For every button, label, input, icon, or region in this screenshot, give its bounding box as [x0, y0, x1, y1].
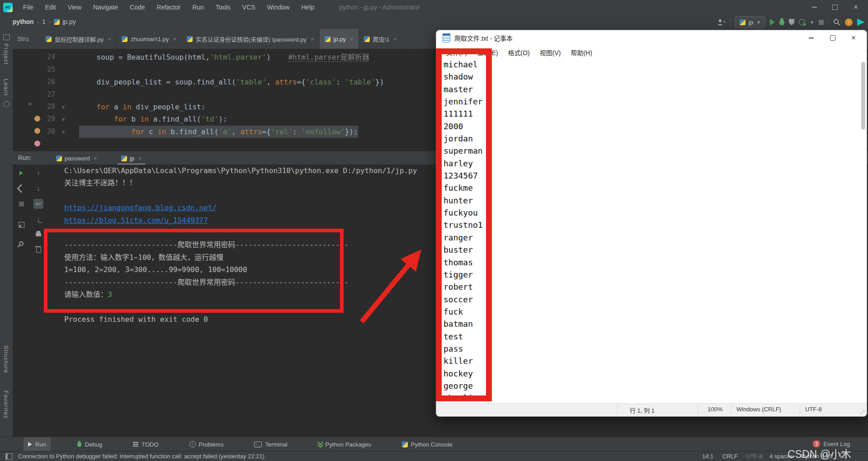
editor-tab[interactable]: zhuomian\1.py× — [117, 29, 182, 49]
tool-window-button-debug[interactable]: Debug — [72, 437, 107, 452]
ide-features-icon[interactable] — [857, 19, 864, 26]
update-icon[interactable]: ↑ — [845, 19, 853, 26]
notepad-maximize-button[interactable] — [822, 30, 843, 46]
scroll-to-end-button[interactable]: ↓̲ — [33, 214, 43, 224]
python-file-icon — [187, 36, 193, 42]
close-icon[interactable]: × — [393, 36, 397, 42]
fold-marker-icon[interactable]: ∨ — [61, 113, 65, 125]
line-ending[interactable]: CRLF — [722, 453, 738, 460]
search-icon[interactable] — [833, 19, 840, 26]
menu-item-window[interactable]: Window — [261, 0, 296, 14]
editor-tab[interactable]: 实名认证身份证核验(未编译) \password.py× — [182, 29, 319, 49]
tool-window-label: Terminal — [265, 441, 287, 448]
tool-window-button-todo[interactable]: TODO — [128, 437, 163, 452]
editor-tab[interactable]: jp.py× — [320, 29, 359, 49]
notepad-menu-bar: 文件(F)编辑(E)格式(O)视图(V)帮助(H) — [436, 46, 867, 59]
fold-marker-icon[interactable]: ∨ — [61, 126, 65, 138]
run-tab-password[interactable]: password × — [52, 151, 100, 165]
close-icon[interactable]: × — [138, 155, 142, 162]
structure-label[interactable]: Stru — [13, 29, 41, 49]
maximize-button[interactable] — [825, 0, 845, 14]
console-link[interactable]: https://blog.51cto.com/u_15449377 — [64, 216, 208, 225]
run-config-selector[interactable]: jp ▼ — [735, 16, 765, 28]
console-link[interactable]: https://jiangongfang.blog.csdn.net/ — [64, 203, 217, 212]
chevron-right-icon[interactable]: » — [28, 99, 32, 107]
breadcrumb-folder[interactable]: 1 — [42, 18, 46, 25]
up-stack-trace-button[interactable]: ↑ — [33, 168, 43, 178]
coverage-button[interactable] — [789, 19, 794, 25]
menu-item-view[interactable]: View — [62, 0, 87, 14]
breadcrumb-file[interactable]: jp.py — [62, 18, 76, 25]
notepad-minimize-button[interactable] — [801, 30, 821, 46]
settings-button[interactable] — [16, 183, 26, 193]
restore-layout-button[interactable] — [16, 220, 26, 230]
menu-item-run[interactable]: Run — [186, 0, 210, 14]
sidebar-item-structure[interactable]: Structure — [3, 345, 9, 373]
learn-icon[interactable] — [3, 101, 10, 107]
chevron-down-icon[interactable]: ▼ — [810, 20, 814, 25]
notepad-close-button[interactable]: × — [843, 30, 864, 46]
menu-item-file[interactable]: File — [17, 0, 39, 14]
pin-tab-button[interactable] — [16, 239, 26, 249]
menu-item-navigate[interactable]: Navigate — [87, 0, 124, 14]
red-annotation-box-notepad — [436, 48, 492, 401]
tool-window-toggle-icon[interactable] — [5, 453, 13, 460]
close-icon[interactable]: × — [108, 36, 111, 42]
stop-button[interactable] — [819, 20, 824, 25]
print-button[interactable] — [33, 230, 43, 240]
tool-window-button-run[interactable]: Run — [24, 437, 51, 452]
menu-item-vcs[interactable]: VCS — [236, 0, 261, 14]
menu-item-tools[interactable]: Tools — [210, 0, 236, 14]
editor-tab[interactable]: 爬虫\1× — [359, 29, 402, 49]
console-line: https://blog.51cto.com/u_15449377 — [64, 214, 417, 226]
down-stack-trace-button[interactable]: ↓ — [33, 183, 43, 193]
status-message[interactable]: Connection to Python debugger failed: In… — [18, 453, 264, 460]
notepad-text-area[interactable]: michaelshadowmasterjennifer1111112000jor… — [436, 59, 867, 404]
sidebar-item-learn[interactable]: Learn — [3, 79, 9, 96]
close-icon[interactable]: × — [94, 155, 97, 162]
close-button[interactable]: × — [845, 0, 866, 14]
rerun-button[interactable] — [16, 168, 26, 178]
sidebar-item-project[interactable]: Project — [3, 43, 9, 65]
tab-label: 实名认证身份证核验(未编译) \password.py — [196, 35, 307, 43]
notepad-menu-item[interactable]: 帮助(H) — [566, 48, 597, 57]
sidebar-item-favorites[interactable]: Favorites — [3, 390, 9, 419]
menu-item-edit[interactable]: Edit — [39, 0, 62, 14]
run-button[interactable] — [770, 19, 775, 25]
code-segment: soup = BeautifulSoup(html, — [79, 53, 210, 61]
soft-wrap-button[interactable]: ↩ — [33, 199, 43, 209]
debug-button[interactable] — [779, 19, 784, 25]
pyconsole-icon — [402, 442, 408, 447]
editor-tab[interactable]: 鼠标控制器详解.py× — [41, 29, 117, 49]
menu-item-code[interactable]: Code — [124, 0, 151, 14]
tool-window-button-pyconsole[interactable]: Python Console — [397, 437, 457, 452]
file-encoding[interactable]: UTF-8 — [746, 453, 763, 460]
clear-all-button[interactable] — [33, 245, 43, 255]
tool-window-button-problems[interactable]: !Problems — [185, 437, 228, 452]
breadcrumb-project[interactable]: python — [13, 18, 34, 25]
project-icon[interactable] — [3, 34, 10, 40]
code-segment: for — [114, 115, 127, 123]
run-tab-jp[interactable]: jp × — [118, 151, 145, 165]
profiler-button[interactable] — [799, 19, 805, 25]
user-avatar-icon[interactable] — [717, 19, 726, 26]
stop-button[interactable] — [16, 199, 26, 209]
gutter-marker[interactable] — [34, 141, 40, 146]
caret-position[interactable]: 14:1 — [702, 453, 713, 460]
code-segment: ): — [218, 115, 227, 123]
tool-window-button-packages[interactable]: Python Packages — [314, 437, 376, 452]
resize-grip[interactable] — [861, 410, 864, 414]
menu-item-help[interactable]: Help — [295, 0, 320, 14]
close-icon[interactable]: × — [311, 36, 314, 42]
close-icon[interactable]: × — [350, 36, 354, 42]
close-icon[interactable]: × — [173, 36, 177, 42]
menu-item-refactor[interactable]: Refactor — [151, 0, 187, 14]
minimize-button[interactable] — [804, 0, 825, 14]
notepad-scrollbar[interactable] — [861, 62, 865, 130]
fold-marker-icon[interactable]: ∨ — [61, 101, 65, 113]
maximize-icon — [832, 5, 838, 10]
tool-window-button-terminal[interactable]: ›_Terminal — [250, 437, 292, 452]
notepad-menu-item[interactable]: 格式(O) — [503, 48, 535, 57]
stop-icon — [19, 202, 24, 207]
notepad-menu-item[interactable]: 视图(V) — [535, 48, 566, 57]
